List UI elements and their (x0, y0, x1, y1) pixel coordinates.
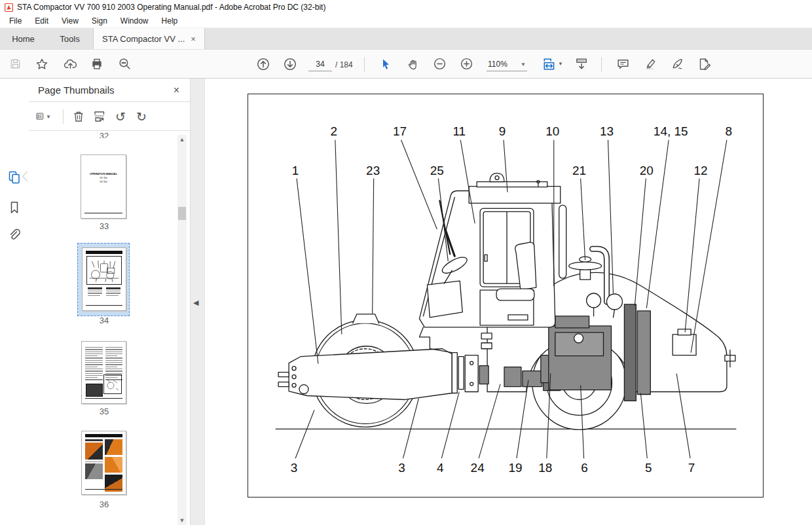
print-button[interactable] (87, 54, 107, 74)
zoom-level-value: 110% (488, 60, 507, 69)
callout-label-3: 3 (398, 461, 405, 475)
save-button[interactable] (5, 54, 25, 74)
pages-icon (7, 170, 22, 185)
menu-sign[interactable]: Sign (85, 16, 114, 26)
highlight-button[interactable] (640, 54, 660, 74)
tab-bar: Home Tools STA Compactor VV ... × (0, 27, 812, 49)
chevron-down-icon: ▼ (46, 114, 51, 120)
thumbnail-label: 35 (55, 407, 153, 416)
printer-icon (90, 58, 103, 71)
toolbar-divider (601, 57, 602, 72)
rotate-cw-button[interactable]: ↻ (134, 109, 149, 124)
callout-label-17: 17 (393, 124, 407, 138)
callout-label-1: 1 (292, 164, 299, 177)
rotate-ccw-icon: ↺ (115, 111, 126, 123)
page-number-input[interactable] (308, 58, 332, 71)
page-thumbnails-nav-button[interactable] (7, 170, 22, 185)
panel-toolbar-divider (63, 109, 64, 124)
bookmark-icon (7, 200, 22, 215)
fill-sign-doc-icon (697, 57, 711, 71)
fit-width-button[interactable]: ▼ (540, 54, 566, 74)
callout-label-9: 9 (499, 124, 506, 138)
comment-button[interactable] (613, 54, 633, 74)
toolbar-divider (364, 57, 365, 72)
menu-bar: FileEditViewSignWindowHelp (0, 14, 812, 27)
title-bar: STA Compactor VV 700 910 2003 Operating … (0, 0, 812, 14)
page-down-icon (283, 57, 297, 71)
callout-label-13: 13 (600, 124, 614, 138)
scrolling-mode-button[interactable] (572, 54, 591, 74)
favorites-button[interactable] (32, 54, 52, 74)
callout-label-10: 10 (545, 124, 559, 138)
scroll-up-arrow[interactable]: ▲ (177, 135, 187, 144)
fill-and-sign-button[interactable] (694, 54, 714, 74)
attachments-nav-button[interactable] (7, 228, 22, 242)
next-page-button[interactable] (280, 54, 300, 74)
hand-tool-icon (407, 58, 420, 71)
menu-edit[interactable]: Edit (28, 16, 55, 26)
panel-toolbar: ▼ ↺ ↻ (29, 102, 190, 131)
thumbnail-page-36[interactable] (81, 431, 126, 495)
main-toolbar: / 184 110% ▼ ▼ (0, 49, 812, 79)
page-total-label: / 184 (335, 60, 353, 69)
window-title: STA Compactor VV 700 910 2003 Operating … (17, 3, 325, 12)
tab-close-icon[interactable]: × (191, 34, 196, 44)
callout-label-14-15: 14, 15 (654, 124, 688, 138)
rotate-ccw-button[interactable]: ↺ (113, 109, 128, 124)
delete-pages-button[interactable] (71, 109, 86, 124)
callout-label-6: 6 (581, 461, 588, 475)
menu-view[interactable]: View (55, 16, 85, 26)
thumbnail-label-clipped: 32 (55, 131, 153, 138)
page-thumbnails-panel: Page Thumbnails × ▼ (29, 79, 190, 525)
tab-document-label: STA Compactor VV ... (102, 34, 185, 44)
scrollbar-thumb[interactable] (178, 207, 186, 220)
paperclip-icon (7, 228, 22, 242)
acrobat-pdf-icon (5, 3, 13, 12)
chevron-down-icon: ▼ (558, 61, 563, 67)
fit-width-icon (542, 57, 557, 71)
document-canvas: 217119101314, 15812325212012334241918657 (205, 79, 812, 525)
menu-window[interactable]: Window (114, 16, 155, 26)
zoom-level-dropdown[interactable]: 110% ▼ (487, 58, 527, 71)
scroll-down-arrow[interactable]: ▼ (177, 516, 187, 525)
tab-home[interactable]: Home (0, 28, 46, 49)
chevron-down-icon: ▼ (521, 62, 526, 67)
thumbnail-page-33[interactable]: OPERATION MANUALVV 700VV 910 (81, 154, 126, 219)
hand-tool-button[interactable] (403, 54, 423, 74)
zoom-in-button[interactable] (456, 54, 476, 74)
resize-pages-icon (93, 110, 106, 123)
thumbnail-label: 36 (55, 499, 153, 509)
zoom-out-button[interactable] (430, 54, 449, 74)
zoom-out-icon (433, 57, 447, 71)
thumbnail-options-button[interactable]: ▼ (35, 109, 51, 124)
tab-document[interactable]: STA Compactor VV ... × (93, 28, 205, 49)
callout-label-5: 5 (645, 461, 652, 475)
select-tool-button[interactable] (376, 54, 396, 74)
callout-label-24: 24 (471, 461, 485, 475)
menu-help[interactable]: Help (155, 16, 185, 26)
thumbnail-scrollbar[interactable]: ▲ ▼ (177, 135, 187, 525)
callout-label-3: 3 (291, 461, 298, 475)
callout-label-21: 21 (572, 164, 586, 177)
bookmarks-nav-button[interactable] (7, 200, 22, 215)
callout-label-8: 8 (726, 124, 733, 138)
compactor-diagram: 217119101314, 15812325212012334241918657 (248, 94, 763, 497)
menu-file[interactable]: File (3, 16, 28, 26)
thumbnail-page-34[interactable] (82, 247, 126, 311)
content-area: Page Thumbnails × ▼ (0, 79, 812, 525)
star-icon (35, 58, 48, 71)
rotate-cw-icon: ↻ (136, 111, 147, 123)
search-button[interactable] (115, 54, 134, 74)
select-cursor-icon (379, 58, 392, 71)
resize-pages-button[interactable] (92, 109, 107, 124)
highlighter-icon (644, 57, 657, 71)
panel-collapse-strip[interactable]: ◀ (190, 79, 205, 525)
share-button[interactable] (60, 54, 80, 74)
previous-page-button[interactable] (253, 54, 273, 74)
panel-close-button[interactable]: × (174, 84, 179, 96)
thumbnail-page-35[interactable] (81, 341, 126, 404)
scrolling-page-icon (574, 57, 589, 71)
sign-button[interactable] (667, 54, 687, 74)
callout-label-4: 4 (437, 461, 444, 475)
tab-tools[interactable]: Tools (46, 28, 93, 49)
